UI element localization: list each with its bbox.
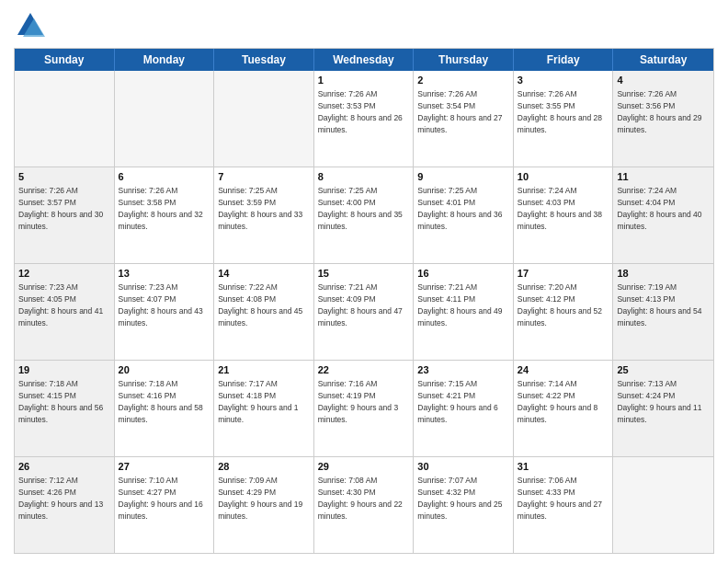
calendar-cell: 29Sunrise: 7:08 AM Sunset: 4:30 PM Dayli… bbox=[314, 457, 415, 553]
calendar-cell: 21Sunrise: 7:17 AM Sunset: 4:18 PM Dayli… bbox=[214, 361, 314, 456]
day-number: 25 bbox=[617, 363, 710, 377]
day-info: Sunrise: 7:24 AM Sunset: 4:03 PM Dayligh… bbox=[518, 186, 605, 231]
day-number: 10 bbox=[518, 170, 609, 184]
day-info: Sunrise: 7:18 AM Sunset: 4:15 PM Dayligh… bbox=[18, 379, 106, 424]
logo-icon bbox=[14, 9, 47, 42]
day-info: Sunrise: 7:26 AM Sunset: 3:54 PM Dayligh… bbox=[417, 89, 505, 134]
day-number: 20 bbox=[119, 363, 210, 377]
day-info: Sunrise: 7:13 AM Sunset: 4:24 PM Dayligh… bbox=[617, 379, 704, 424]
day-info: Sunrise: 7:21 AM Sunset: 4:09 PM Dayligh… bbox=[318, 282, 405, 327]
header bbox=[14, 9, 714, 42]
day-number: 28 bbox=[218, 460, 310, 474]
calendar-cell: 15Sunrise: 7:21 AM Sunset: 4:09 PM Dayli… bbox=[314, 264, 415, 360]
calendar-cell: 2Sunrise: 7:26 AM Sunset: 3:54 PM Daylig… bbox=[414, 71, 514, 167]
calendar-cell: 12Sunrise: 7:23 AM Sunset: 4:05 PM Dayli… bbox=[15, 264, 115, 360]
header-day-monday: Monday bbox=[115, 49, 215, 71]
calendar-cell: 16Sunrise: 7:21 AM Sunset: 4:11 PM Dayli… bbox=[414, 264, 514, 360]
header-day-tuesday: Tuesday bbox=[214, 49, 314, 71]
header-day-saturday: Saturday bbox=[613, 49, 713, 71]
calendar-cell: 4Sunrise: 7:26 AM Sunset: 3:56 PM Daylig… bbox=[613, 71, 713, 167]
day-info: Sunrise: 7:23 AM Sunset: 4:05 PM Dayligh… bbox=[18, 282, 106, 327]
calendar-cell: 26Sunrise: 7:12 AM Sunset: 4:26 PM Dayli… bbox=[15, 457, 115, 553]
day-number: 12 bbox=[18, 267, 110, 281]
header-day-friday: Friday bbox=[514, 49, 614, 71]
calendar-cell: 6Sunrise: 7:26 AM Sunset: 3:58 PM Daylig… bbox=[115, 167, 215, 263]
day-number: 19 bbox=[18, 363, 110, 377]
calendar-cell: 28Sunrise: 7:09 AM Sunset: 4:29 PM Dayli… bbox=[214, 457, 314, 553]
day-info: Sunrise: 7:12 AM Sunset: 4:26 PM Dayligh… bbox=[18, 476, 106, 521]
day-number: 2 bbox=[417, 74, 509, 87]
calendar-header: SundayMondayTuesdayWednesdayThursdayFrid… bbox=[15, 49, 713, 71]
calendar-cell: 13Sunrise: 7:23 AM Sunset: 4:07 PM Dayli… bbox=[115, 264, 215, 360]
day-number: 31 bbox=[518, 460, 609, 474]
day-number: 22 bbox=[318, 363, 410, 377]
calendar-cell: 10Sunrise: 7:24 AM Sunset: 4:03 PM Dayli… bbox=[514, 167, 614, 263]
day-info: Sunrise: 7:19 AM Sunset: 4:13 PM Dayligh… bbox=[617, 282, 704, 327]
day-info: Sunrise: 7:26 AM Sunset: 3:55 PM Dayligh… bbox=[518, 89, 605, 134]
day-info: Sunrise: 7:09 AM Sunset: 4:29 PM Dayligh… bbox=[218, 476, 305, 521]
day-number: 6 bbox=[119, 170, 210, 184]
day-number: 1 bbox=[318, 74, 410, 87]
day-number: 7 bbox=[218, 170, 310, 184]
page: SundayMondayTuesdayWednesdayThursdayFrid… bbox=[0, 0, 728, 563]
calendar-cell: 30Sunrise: 7:07 AM Sunset: 4:32 PM Dayli… bbox=[414, 457, 514, 553]
header-day-thursday: Thursday bbox=[414, 49, 514, 71]
day-number: 16 bbox=[417, 267, 509, 281]
logo bbox=[14, 9, 51, 42]
header-day-wednesday: Wednesday bbox=[314, 49, 415, 71]
calendar-cell: 25Sunrise: 7:13 AM Sunset: 4:24 PM Dayli… bbox=[613, 361, 713, 456]
day-number: 24 bbox=[518, 363, 609, 377]
day-number: 30 bbox=[417, 460, 509, 474]
calendar-cell: 23Sunrise: 7:15 AM Sunset: 4:21 PM Dayli… bbox=[414, 361, 514, 456]
calendar-week-3: 12Sunrise: 7:23 AM Sunset: 4:05 PM Dayli… bbox=[15, 264, 713, 361]
calendar-cell bbox=[115, 71, 215, 167]
calendar-cell: 5Sunrise: 7:26 AM Sunset: 3:57 PM Daylig… bbox=[15, 167, 115, 263]
day-info: Sunrise: 7:25 AM Sunset: 4:01 PM Dayligh… bbox=[417, 186, 505, 231]
calendar-cell: 19Sunrise: 7:18 AM Sunset: 4:15 PM Dayli… bbox=[15, 361, 115, 456]
calendar-cell: 27Sunrise: 7:10 AM Sunset: 4:27 PM Dayli… bbox=[115, 457, 215, 553]
day-info: Sunrise: 7:16 AM Sunset: 4:19 PM Dayligh… bbox=[318, 379, 401, 424]
calendar-cell: 22Sunrise: 7:16 AM Sunset: 4:19 PM Dayli… bbox=[314, 361, 415, 456]
day-number: 13 bbox=[119, 267, 210, 281]
day-number: 3 bbox=[518, 74, 609, 87]
calendar-cell: 7Sunrise: 7:25 AM Sunset: 3:59 PM Daylig… bbox=[214, 167, 314, 263]
day-info: Sunrise: 7:21 AM Sunset: 4:11 PM Dayligh… bbox=[417, 282, 505, 327]
day-number: 21 bbox=[218, 363, 310, 377]
calendar-week-2: 5Sunrise: 7:26 AM Sunset: 3:57 PM Daylig… bbox=[15, 167, 713, 264]
day-info: Sunrise: 7:23 AM Sunset: 4:07 PM Dayligh… bbox=[119, 282, 206, 327]
day-number: 23 bbox=[417, 363, 509, 377]
day-info: Sunrise: 7:15 AM Sunset: 4:21 PM Dayligh… bbox=[417, 379, 500, 424]
calendar: SundayMondayTuesdayWednesdayThursdayFrid… bbox=[14, 48, 714, 554]
calendar-cell: 11Sunrise: 7:24 AM Sunset: 4:04 PM Dayli… bbox=[613, 167, 713, 263]
day-info: Sunrise: 7:08 AM Sunset: 4:30 PM Dayligh… bbox=[318, 476, 405, 521]
calendar-week-1: 1Sunrise: 7:26 AM Sunset: 3:53 PM Daylig… bbox=[15, 71, 713, 167]
calendar-cell: 20Sunrise: 7:18 AM Sunset: 4:16 PM Dayli… bbox=[115, 361, 215, 456]
day-info: Sunrise: 7:22 AM Sunset: 4:08 PM Dayligh… bbox=[218, 282, 305, 327]
day-info: Sunrise: 7:26 AM Sunset: 3:58 PM Dayligh… bbox=[119, 186, 206, 231]
calendar-body: 1Sunrise: 7:26 AM Sunset: 3:53 PM Daylig… bbox=[15, 71, 713, 553]
day-number: 8 bbox=[318, 170, 410, 184]
day-info: Sunrise: 7:26 AM Sunset: 3:53 PM Dayligh… bbox=[318, 89, 405, 134]
calendar-cell bbox=[214, 71, 314, 167]
day-info: Sunrise: 7:26 AM Sunset: 3:57 PM Dayligh… bbox=[18, 186, 106, 231]
day-info: Sunrise: 7:25 AM Sunset: 3:59 PM Dayligh… bbox=[218, 186, 305, 231]
day-info: Sunrise: 7:20 AM Sunset: 4:12 PM Dayligh… bbox=[518, 282, 605, 327]
calendar-cell: 14Sunrise: 7:22 AM Sunset: 4:08 PM Dayli… bbox=[214, 264, 314, 360]
day-number: 9 bbox=[417, 170, 509, 184]
day-info: Sunrise: 7:06 AM Sunset: 4:33 PM Dayligh… bbox=[518, 476, 605, 521]
day-number: 18 bbox=[617, 267, 710, 281]
day-info: Sunrise: 7:25 AM Sunset: 4:00 PM Dayligh… bbox=[318, 186, 405, 231]
calendar-cell: 3Sunrise: 7:26 AM Sunset: 3:55 PM Daylig… bbox=[514, 71, 614, 167]
calendar-week-5: 26Sunrise: 7:12 AM Sunset: 4:26 PM Dayli… bbox=[15, 457, 713, 553]
day-number: 14 bbox=[218, 267, 310, 281]
day-info: Sunrise: 7:18 AM Sunset: 4:16 PM Dayligh… bbox=[119, 379, 206, 424]
calendar-cell bbox=[15, 71, 115, 167]
day-info: Sunrise: 7:26 AM Sunset: 3:56 PM Dayligh… bbox=[617, 89, 704, 134]
calendar-cell bbox=[613, 457, 713, 553]
day-number: 11 bbox=[617, 170, 710, 184]
calendar-week-4: 19Sunrise: 7:18 AM Sunset: 4:15 PM Dayli… bbox=[15, 361, 713, 457]
day-number: 29 bbox=[318, 460, 410, 474]
calendar-cell: 9Sunrise: 7:25 AM Sunset: 4:01 PM Daylig… bbox=[414, 167, 514, 263]
day-number: 26 bbox=[18, 460, 110, 474]
calendar-cell: 18Sunrise: 7:19 AM Sunset: 4:13 PM Dayli… bbox=[613, 264, 713, 360]
